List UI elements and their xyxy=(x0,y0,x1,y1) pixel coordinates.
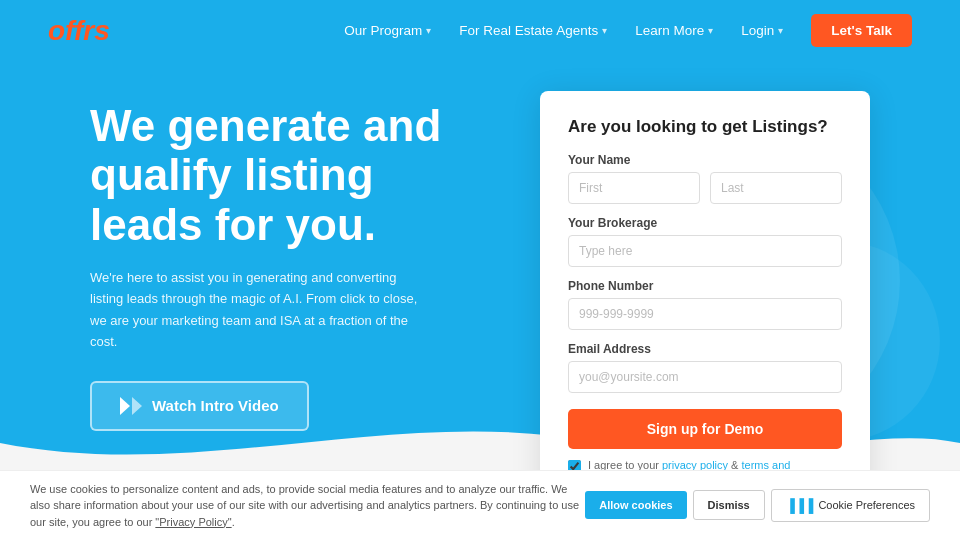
email-label: Email Address xyxy=(568,342,842,356)
allow-cookies-button[interactable]: Allow cookies xyxy=(585,491,686,519)
signup-button[interactable]: Sign up for Demo xyxy=(568,409,842,449)
cookie-preferences-button[interactable]: ▐▐▐ Cookie Preferences xyxy=(771,489,930,522)
lets-talk-button[interactable]: Let's Talk xyxy=(811,14,912,47)
cookie-text: We use cookies to personalize content an… xyxy=(30,481,585,531)
brokerage-group: Your Brokerage xyxy=(568,216,842,267)
brokerage-label: Your Brokerage xyxy=(568,216,842,230)
cookie-actions: Allow cookies Dismiss ▐▐▐ Cookie Prefere… xyxy=(585,489,930,522)
chevron-down-icon: ▾ xyxy=(426,25,431,36)
phone-label: Phone Number xyxy=(568,279,842,293)
hero-subtitle: We're here to assist you in generating a… xyxy=(90,267,420,353)
logo[interactable]: offrs xyxy=(48,15,110,47)
chevron-down-icon: ▾ xyxy=(778,25,783,36)
first-name-input[interactable] xyxy=(568,172,700,204)
form-title: Are you looking to get Listings? xyxy=(568,117,842,137)
name-row xyxy=(568,172,842,204)
nav-links: Our Program ▾ For Real Estate Agents ▾ L… xyxy=(344,14,912,47)
email-group: Email Address xyxy=(568,342,842,393)
nav-real-estate-agents[interactable]: For Real Estate Agents ▾ xyxy=(459,23,607,38)
hero-title: We generate and qualify listing leads fo… xyxy=(90,101,470,249)
hero-section: We generate and qualify listing leads fo… xyxy=(0,61,960,521)
chevron-down-icon: ▾ xyxy=(708,25,713,36)
navigation: offrs Our Program ▾ For Real Estate Agen… xyxy=(0,0,960,61)
cookie-bar: We use cookies to personalize content an… xyxy=(0,470,960,541)
logo-text: offrs xyxy=(48,15,110,46)
brokerage-input[interactable] xyxy=(568,235,842,267)
nav-learn-more[interactable]: Learn More ▾ xyxy=(635,23,713,38)
name-label: Your Name xyxy=(568,153,842,167)
chevron-down-icon: ▾ xyxy=(602,25,607,36)
signup-form-card: Are you looking to get Listings? Your Na… xyxy=(540,91,870,509)
phone-input[interactable] xyxy=(568,298,842,330)
hero-left: We generate and qualify listing leads fo… xyxy=(90,91,540,431)
nav-our-program[interactable]: Our Program ▾ xyxy=(344,23,431,38)
nav-login[interactable]: Login ▾ xyxy=(741,23,783,38)
phone-group: Phone Number xyxy=(568,279,842,330)
privacy-policy-cookie-link[interactable]: "Privacy Policy" xyxy=(155,516,231,528)
bar-chart-icon: ▐▐▐ xyxy=(786,498,814,513)
email-input[interactable] xyxy=(568,361,842,393)
dismiss-button[interactable]: Dismiss xyxy=(693,490,765,520)
last-name-input[interactable] xyxy=(710,172,842,204)
